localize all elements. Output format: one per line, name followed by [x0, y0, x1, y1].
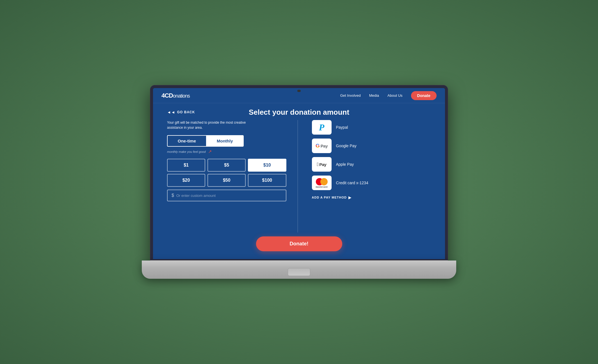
paypal-method[interactable]: P Paypal [312, 120, 431, 135]
creditcard-icon-box: mastercard [312, 176, 332, 190]
back-arrows-icon: ◄◄ [167, 110, 175, 114]
go-back-button[interactable]: ◄◄ GO BACK [167, 110, 195, 114]
apple-icon:  [317, 162, 319, 167]
frequency-toggle: One-time Monthly [167, 135, 286, 147]
mastercard-label: mastercard [316, 186, 328, 188]
amount-50-button[interactable]: $50 [207, 174, 246, 187]
mc-orange-circle [320, 178, 328, 185]
logo: 4CDonations [161, 92, 190, 99]
amount-1-button[interactable]: $1 [167, 159, 205, 172]
amount-grid: $1 $5 $10 $20 $50 $100 [167, 159, 286, 187]
custom-amount-wrapper: $ [167, 190, 286, 201]
mastercard-logo: mastercard [316, 178, 328, 188]
googlepay-label: Google Pay [336, 144, 357, 148]
monthly-hint-text: monthly make you feel good [167, 150, 206, 153]
page-title: Select your donation amount [249, 108, 349, 117]
custom-amount-input[interactable] [176, 193, 282, 198]
content-area: Your gift will be matched to provide the… [167, 120, 431, 232]
paypal-icon: P [319, 122, 325, 133]
gpay-logo: G Pay [313, 142, 330, 150]
go-back-label: GO BACK [177, 110, 195, 114]
donate-section: Donate! [167, 232, 431, 254]
arrow-icon: ↗ [208, 149, 212, 154]
applepay-label: Apple Pay [336, 162, 354, 167]
googlepay-method[interactable]: G Pay Google Pay [312, 139, 431, 153]
one-time-button[interactable]: One-time [167, 135, 206, 147]
gift-description: Your gift will be matched to provide the… [167, 120, 257, 130]
creditcard-label: Credit card x-1234 [336, 181, 368, 185]
amount-100-button[interactable]: $100 [248, 174, 286, 187]
browser-window: 4CDonations Get Involved Media About Us … [153, 88, 445, 259]
add-pay-arrow-icon: ▶ [348, 195, 352, 200]
trackpad [288, 268, 310, 276]
laptop-base [142, 261, 456, 279]
add-pay-text: ADD A PAY METHOD [312, 196, 347, 199]
g-icon: G [316, 143, 320, 149]
nav-donate-button[interactable]: Donate [411, 91, 437, 100]
googlepay-icon-box: G Pay [312, 139, 332, 153]
nav-media[interactable]: Media [369, 93, 379, 98]
logo-text: 4CDonations [161, 92, 190, 99]
applepay-logo:  Pay [317, 162, 327, 167]
main-content: ◄◄ GO BACK Select your donation amount Y… [153, 103, 445, 259]
donate-big-button[interactable]: Donate! [256, 236, 342, 251]
apple-pay-text: Pay [319, 162, 326, 167]
left-panel: Your gift will be matched to provide the… [167, 120, 298, 232]
mastercard-circles [316, 178, 328, 185]
amount-10-button[interactable]: $10 [248, 159, 286, 172]
paypal-label: Paypal [336, 125, 348, 130]
add-pay-method-button[interactable]: ADD A PAY METHOD ▶ [312, 195, 431, 200]
camera-notch [297, 90, 301, 92]
page-header: ◄◄ GO BACK Select your donation amount [167, 110, 431, 114]
monthly-hint: monthly make you feel good ↗ [167, 149, 286, 154]
nav-about-us[interactable]: About Us [387, 93, 402, 98]
nav-get-involved[interactable]: Get Involved [340, 93, 361, 98]
applepay-method[interactable]:  Pay Apple Pay [312, 157, 431, 172]
creditcard-method[interactable]: mastercard Credit card x-1234 [312, 176, 431, 190]
amount-5-button[interactable]: $5 [207, 159, 246, 172]
applepay-icon-box:  Pay [312, 157, 332, 172]
right-panel: P Paypal G Pay [298, 120, 431, 232]
monthly-button[interactable]: Monthly [206, 135, 244, 147]
amount-20-button[interactable]: $20 [167, 174, 205, 187]
pay-text: Pay [321, 144, 328, 148]
dollar-sign-icon: $ [172, 193, 174, 198]
laptop-screen: 4CDonations Get Involved Media About Us … [150, 85, 448, 262]
paypal-icon-box: P [312, 120, 332, 135]
nav-links: Get Involved Media About Us Donate [340, 91, 437, 100]
